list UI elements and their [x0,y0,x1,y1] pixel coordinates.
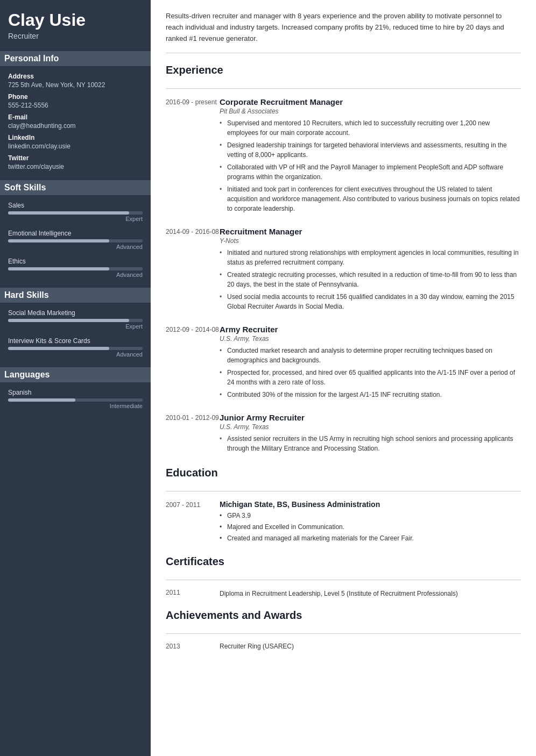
experience-title: Experience [166,64,521,80]
exp-job-title-1: Corporate Recruitment Manager [220,97,521,106]
cert-entry-1: 2011 Diploma in Recruitment Leadership, … [166,589,521,598]
exp-entry-3: 2012-09 - 2014-08 Army Recruiter U.S. Ar… [166,325,521,402]
edu-content-1: Michigan State, BS, Business Administrat… [220,500,521,545]
linkedin-value: linkedin.com/clay.usie [8,142,143,150]
education-divider [166,491,521,491]
exp-bullet-1-1: Designed leadership trainings for target… [220,140,521,160]
skill-sales-level: Expert [8,216,143,222]
skill-ik-bar-fill [8,347,109,350]
education-section: Education 2007 - 2011 Michigan State, BS… [166,467,521,545]
personal-info-label: Personal Info [0,51,151,66]
skill-ik-name: Interview Kits & Score Cards [8,337,143,345]
skill-ik-level: Advanced [8,351,143,358]
achieve-entry-1: 2013 Recruiter Ring (USAREC) [166,643,521,650]
achievements-divider [166,633,521,634]
phone-label: Phone [8,93,143,101]
exp-bullet-1-2: Collaborated with VP of HR and the Payro… [220,162,521,182]
exp-bullets-1: Supervised and mentored 10 Recruiters, w… [220,118,521,213]
address-label: Address [8,73,143,80]
personal-info-section: Personal Info Address 725 5th Ave, New Y… [8,51,143,170]
edu-bullet-1-2: Created and managed all marketing materi… [220,533,521,543]
email-label: E-mail [8,113,143,121]
exp-bullet-4-0: Assisted senior recruiters in the US Arm… [220,434,521,453]
skill-spanish-level: Intermediate [8,403,143,409]
skill-sm-bar-bg [8,319,143,322]
soft-skills-label: Soft Skills [0,180,151,195]
languages-label: Languages [0,367,151,382]
hard-skills-label: Hard Skills [0,288,151,303]
skill-spanish-bar-fill [8,398,75,402]
exp-bullets-4: Assisted senior recruiters in the US Arm… [220,434,521,453]
certificates-divider [166,580,521,580]
skill-ethics-bar-bg [8,267,143,270]
linkedin-label: LinkedIn [8,134,143,141]
exp-bullet-3-2: Contributed 30% of the mission for the l… [220,390,521,400]
exp-job-title-4: Junior Army Recruiter [220,413,521,422]
exp-content-3: Army Recruiter U.S. Army, Texas Conducte… [220,325,521,402]
skill-spanish-bar-bg [8,398,143,402]
skill-emotional-intelligence: Emotional Intelligence Advanced [8,230,143,250]
languages-section: Languages Spanish Intermediate [8,367,143,409]
exp-date-4: 2010-01 - 2012-09 [166,413,220,456]
exp-bullet-2-2: Used social media accounts to recruit 15… [220,292,521,311]
experience-section: Experience 2016-09 - present Corporate R… [166,64,521,456]
skill-interview-kits: Interview Kits & Score Cards Advanced [8,337,143,358]
edu-bullet-1-0: GPA 3.9 [220,511,521,520]
candidate-title: Recruiter [8,32,143,40]
exp-bullet-2-0: Initiated and nurtured strong relationsh… [220,248,521,267]
exp-content-1: Corporate Recruitment Manager Pit Bull &… [220,97,521,216]
skill-spanish-name: Spanish [8,389,143,396]
edu-school-1: Michigan State, BS, Business Administrat… [220,500,521,509]
exp-entry-2: 2014-09 - 2016-08 Recruitment Manager Y-… [166,227,521,314]
twitter-value: twitter.com/clayusie [8,163,143,170]
exp-date-1: 2016-09 - present [166,97,220,216]
skill-ei-name: Emotional Intelligence [8,230,143,237]
exp-company-1: Pit Bull & Associates [220,108,521,115]
email-value: clay@headhunting.com [8,122,143,130]
hard-skills-section: Hard Skills Social Media Marketing Exper… [8,288,143,358]
skill-sales-name: Sales [8,202,143,209]
experience-divider [166,88,521,89]
exp-entry-1: 2016-09 - present Corporate Recruitment … [166,97,521,216]
skill-ei-bar-bg [8,239,143,243]
certificates-title: Certificates [166,555,521,571]
exp-bullet-3-0: Conducted market research and analysis t… [220,346,521,365]
edu-date-1: 2007 - 2011 [166,500,220,545]
address-value: 725 5th Ave, New York, NY 10022 [8,81,143,89]
exp-job-title-3: Army Recruiter [220,325,521,334]
exp-company-3: U.S. Army, Texas [220,335,521,343]
cert-content-1: Diploma in Recruitment Leadership, Level… [220,589,521,598]
exp-bullet-2-1: Created strategic recruiting processes, … [220,270,521,289]
achievements-title: Achievements and Awards [166,609,521,625]
summary-text: Results-driven recruiter and manager wit… [166,11,521,53]
exp-bullet-1-0: Supervised and mentored 10 Recruiters, w… [220,118,521,138]
edu-bullets-1: GPA 3.9 Majored and Excelled in Communic… [220,511,521,543]
exp-company-4: U.S. Army, Texas [220,423,521,431]
skill-sales-bar-bg [8,211,143,215]
exp-job-title-2: Recruitment Manager [220,227,521,236]
skill-sm-name: Social Media Marketing [8,309,143,317]
skill-sales: Sales Expert [8,202,143,222]
exp-content-2: Recruitment Manager Y-Nots Initiated and… [220,227,521,314]
twitter-label: Twitter [8,154,143,162]
exp-date-3: 2012-09 - 2014-08 [166,325,220,402]
exp-company-2: Y-Nots [220,237,521,245]
skill-ethics-bar-fill [8,267,109,270]
phone-value: 555-212-5556 [8,102,143,109]
exp-bullet-1-3: Initiated and took part in conferences f… [220,184,521,213]
exp-bullets-2: Initiated and nurtured strong relationsh… [220,248,521,311]
skill-sm-bar-fill [8,319,129,322]
sidebar: Clay Usie Recruiter Personal Info Addres… [0,0,151,756]
skill-sales-bar-fill [8,211,129,215]
skill-sm-level: Expert [8,323,143,330]
education-title: Education [166,467,521,482]
skill-ethics-name: Ethics [8,258,143,265]
edu-bullet-1-1: Majored and Excelled in Communication. [220,522,521,532]
edu-entry-1: 2007 - 2011 Michigan State, BS, Business… [166,500,521,545]
skill-ei-level: Advanced [8,244,143,250]
achieve-content-1: Recruiter Ring (USAREC) [220,643,521,650]
skill-ethics: Ethics Advanced [8,258,143,278]
cert-date-1: 2011 [166,589,220,598]
achieve-date-1: 2013 [166,643,220,650]
soft-skills-section: Soft Skills Sales Expert Emotional Intel… [8,180,143,278]
